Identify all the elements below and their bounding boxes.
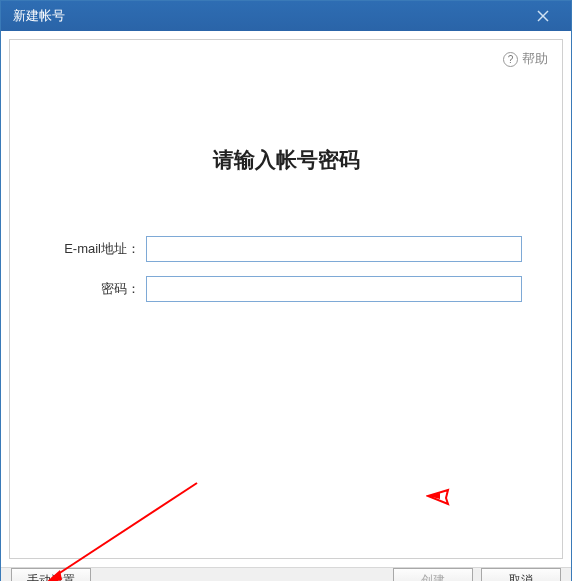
cancel-button[interactable]: 取消 (481, 568, 561, 581)
annotation-caret-icon (426, 488, 450, 506)
password-row: 密码： (50, 276, 522, 302)
help-label: 帮助 (522, 50, 548, 68)
svg-marker-5 (428, 493, 440, 499)
email-row: E-mail地址： (50, 236, 522, 262)
password-label: 密码： (50, 280, 146, 298)
annotation-arrow-icon (42, 478, 202, 581)
close-icon (537, 10, 549, 22)
password-field[interactable] (146, 276, 522, 302)
email-label: E-mail地址： (50, 240, 146, 258)
page-heading: 请输入帐号密码 (10, 146, 562, 174)
new-account-dialog: 新建帐号 ? 帮助 请输入帐号密码 E-mail地址： 密码： (0, 0, 572, 581)
help-icon: ? (503, 52, 518, 67)
content-area: ? 帮助 请输入帐号密码 E-mail地址： 密码： (1, 31, 571, 567)
create-button[interactable]: 创建 (393, 568, 473, 581)
svg-line-2 (52, 483, 197, 578)
help-link[interactable]: ? 帮助 (503, 50, 548, 68)
footer: 手动设置 创建 取消 (1, 567, 571, 581)
content-panel: ? 帮助 请输入帐号密码 E-mail地址： 密码： (9, 39, 563, 559)
close-button[interactable] (523, 1, 563, 31)
account-form: E-mail地址： 密码： (10, 236, 562, 302)
titlebar: 新建帐号 (1, 1, 571, 31)
svg-marker-4 (428, 490, 448, 504)
email-field[interactable] (146, 236, 522, 262)
manual-setup-button[interactable]: 手动设置 (11, 568, 91, 581)
window-title: 新建帐号 (13, 7, 523, 25)
